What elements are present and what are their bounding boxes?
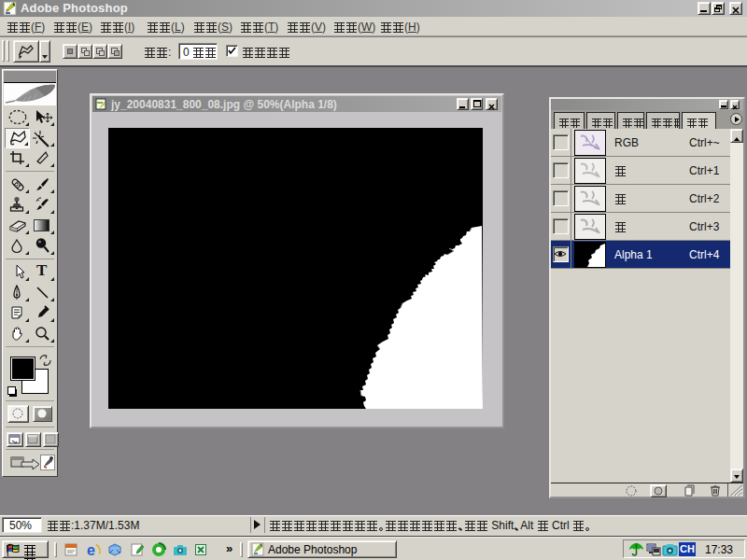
svg-text:e: e bbox=[87, 542, 95, 557]
